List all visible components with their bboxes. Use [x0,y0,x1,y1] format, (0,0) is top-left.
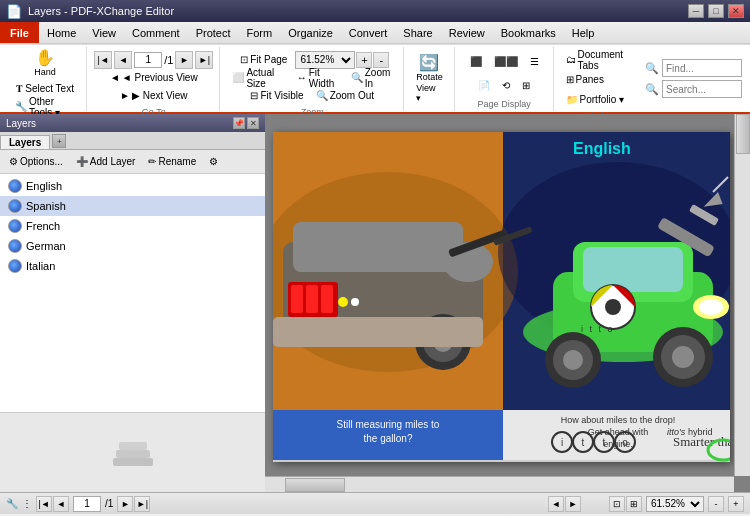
page-number-input[interactable] [134,52,162,68]
split-button[interactable]: ⊞ [517,77,535,95]
status-forward-button[interactable]: ► [565,496,581,512]
zoom-out-button[interactable]: - [373,52,389,68]
status-display-button[interactable]: ⊞ [626,496,642,512]
document-tabs-button[interactable]: 🗂 Document Tabs [561,51,638,69]
next-view-icon: ► [120,90,130,101]
zoom-in-button[interactable]: + [356,52,372,68]
view-menu[interactable]: View [84,22,124,43]
bookmarks-menu[interactable]: Bookmarks [493,22,564,43]
actual-size-button[interactable]: ⬜ Actual Size [227,69,289,87]
layer-visibility-english[interactable] [8,179,22,193]
next-view-button[interactable]: ► ▶ Next View [115,87,193,105]
minimize-button[interactable]: ─ [688,4,704,18]
vertical-scrollbar[interactable] [734,114,750,476]
svg-text:i: i [561,437,563,448]
prev-view-icon: ◄ [110,72,120,83]
status-page-sep: /1 [105,498,113,509]
layer-item-german[interactable]: German [0,236,265,256]
other-tools-icon: 🔧 [15,101,27,112]
restore-button[interactable]: □ [708,4,724,18]
horizontal-scroll-thumb[interactable] [285,478,345,492]
prev-view-button[interactable]: ◄ ◄ Previous View [105,69,203,87]
options-button[interactable]: ⚙ Options... [4,153,68,171]
cover-button[interactable]: 📄 [473,77,495,95]
layer-visibility-german[interactable] [8,239,22,253]
status-last-button[interactable]: ►| [134,496,150,512]
prev-page-button[interactable]: ◄ [114,51,132,69]
comment-menu[interactable]: Comment [124,22,188,43]
layer-visibility-french[interactable] [8,219,22,233]
status-prev-button[interactable]: ◄ [53,496,69,512]
panel-add-tab-button[interactable]: + [52,134,66,148]
layer-visibility-spanish[interactable] [8,199,22,213]
vertical-scroll-thumb[interactable] [736,114,750,154]
svg-text:Still measuring miles to: Still measuring miles to [337,419,440,430]
horizontal-scrollbar[interactable] [265,476,734,492]
svg-text:engine.: engine. [603,439,633,449]
layer-item-italian[interactable]: Italian [0,256,265,276]
panel-close-button[interactable]: ✕ [247,117,259,129]
file-menu[interactable]: File [0,22,39,43]
layer-name-german: German [26,240,66,252]
layers-tab[interactable]: Layers [0,135,50,149]
hand-icon: ✋ [35,50,55,66]
layers-title: Layers [6,118,36,129]
first-page-button[interactable]: |◄ [94,51,112,69]
hand-tool-button[interactable]: ✋ Hand [29,47,61,80]
status-zoom-out-button[interactable]: - [708,496,724,512]
layer-name-english: English [26,180,62,192]
zoom-in-sm-button[interactable]: 🔍 Zoom In [346,69,397,87]
status-fit-button[interactable]: ⊡ [609,496,625,512]
fit-visible-icon: ⊟ [250,90,258,101]
status-nav-arrows-right: ► ►| [117,496,150,512]
portfolio-button[interactable]: 📁 Portfolio ▾ [561,91,629,109]
layer-item-spanish[interactable]: Spanish [0,196,265,216]
rotate-group: 🔄 Rotate View ▾ [405,47,455,111]
title-bar: 📄 Layers - PDF-XChange Editor ─ □ ✕ [0,0,750,22]
help-menu[interactable]: Help [564,22,603,43]
close-button[interactable]: ✕ [728,4,744,18]
svg-text:the gallon?: the gallon? [364,433,413,444]
protect-menu[interactable]: Protect [188,22,239,43]
find-input[interactable] [662,59,742,77]
panel-pin-button[interactable]: 📌 [233,117,245,129]
fit-width-button[interactable]: ↔ Fit Width [292,69,344,87]
doc-canvas: English [273,132,730,462]
gear-button[interactable]: ⚙ [204,153,223,171]
layer-item-french[interactable]: French [0,216,265,236]
zoom-out-sm-button[interactable]: 🔍 Zoom Out [311,87,379,105]
organize-menu[interactable]: Organize [280,22,341,43]
rename-button[interactable]: ✏ Rename [143,153,201,171]
menu-bar: File Home View Comment Protect Form Orga… [0,22,750,44]
search-input[interactable] [662,80,742,98]
status-zoom-select[interactable]: 61.52% 50% 75% 100% [646,496,704,512]
svg-text:t: t [582,437,585,448]
next-page-button[interactable]: ► [175,51,193,69]
other-tools-button[interactable]: 🔧 Other Tools ▾ [10,98,80,116]
svg-text:i t t o: i t t o [581,324,615,334]
status-next-button[interactable]: ► [117,496,133,512]
portfolio-icon: 📁 [566,94,578,105]
form-menu[interactable]: Form [239,22,281,43]
panes-icon: ⊞ [566,74,574,85]
status-page-input[interactable] [73,496,101,512]
last-page-button[interactable]: ►| [195,51,213,69]
status-first-button[interactable]: |◄ [36,496,52,512]
add-layer-button[interactable]: ➕ Add Layer [71,153,141,171]
convert-menu[interactable]: Convert [341,22,396,43]
gear-icon: ⚙ [209,156,218,167]
two-page-button[interactable]: ⬛⬛ [489,53,523,71]
scroll-button[interactable]: ☰ [525,53,544,71]
panes-button[interactable]: ⊞ Panes [561,71,609,89]
share-menu[interactable]: Share [395,22,440,43]
reflow-button[interactable]: ⟲ [497,77,515,95]
status-zoom-in-button[interactable]: + [728,496,744,512]
status-back-button[interactable]: ◄ [548,496,564,512]
layer-item-english[interactable]: English [0,176,265,196]
single-page-button[interactable]: ⬛ [465,53,487,71]
layer-visibility-italian[interactable] [8,259,22,273]
home-menu[interactable]: Home [39,22,84,43]
rotate-view-button[interactable]: 🔄 Rotate View ▾ [411,52,448,106]
review-menu[interactable]: Review [441,22,493,43]
fit-visible-button[interactable]: ⊟ Fit Visible [245,87,308,105]
